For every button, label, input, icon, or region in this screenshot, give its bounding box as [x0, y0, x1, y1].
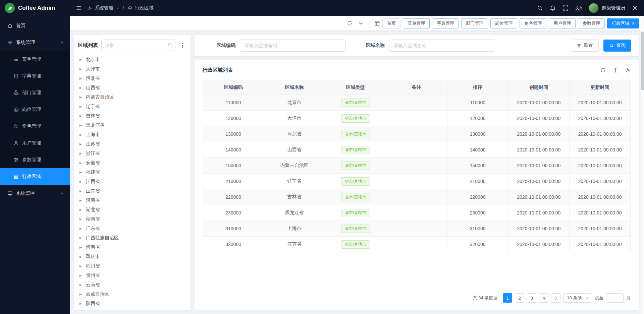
caret-right-icon[interactable]: ▶: [79, 142, 83, 146]
settings-gear-icon[interactable]: [632, 5, 638, 11]
region-code-input[interactable]: [240, 40, 346, 52]
tree-item[interactable]: ▶ 重庆市: [78, 252, 186, 261]
caret-right-icon[interactable]: ▶: [79, 161, 83, 165]
caret-right-icon[interactable]: ▶: [79, 105, 83, 108]
caret-right-icon[interactable]: ▶: [79, 246, 83, 249]
chevron-down-icon[interactable]: [358, 20, 364, 26]
next-page-button[interactable]: [551, 293, 560, 303]
tree-item[interactable]: ▶ 辽宁省: [78, 102, 186, 111]
user-menu[interactable]: 超级管理员: [589, 3, 625, 13]
tree-item[interactable]: ▶ 云南省: [78, 280, 186, 290]
search-button[interactable]: 查询: [603, 40, 631, 52]
caret-right-icon[interactable]: ▶: [79, 302, 83, 305]
tree-item[interactable]: ▶ 吉林省: [78, 111, 186, 121]
tab[interactable]: 部门管理: [461, 18, 488, 28]
sidebar-item-post-mgmt[interactable]: 岗位管理: [0, 101, 70, 118]
more-vertical-icon[interactable]: ⋮: [179, 42, 186, 49]
tab[interactable]: 岗位管理: [490, 18, 517, 28]
sidebar-item-monitor[interactable]: 系统监控: [0, 185, 70, 202]
caret-right-icon[interactable]: ▶: [79, 77, 83, 80]
caret-right-icon[interactable]: ▶: [79, 67, 83, 71]
tree-item[interactable]: ▶ 海南省: [78, 243, 186, 252]
tab[interactable]: 字典管理: [432, 18, 459, 28]
tree-item[interactable]: ▶ 河北省: [78, 74, 186, 83]
caret-right-icon[interactable]: ▶: [79, 199, 83, 202]
caret-right-icon[interactable]: ▶: [79, 180, 83, 183]
tree-item[interactable]: ▶ 江苏省: [78, 139, 186, 149]
page-number-button[interactable]: 4: [539, 293, 548, 303]
tree-item[interactable]: ▶ 山东省: [78, 186, 186, 196]
caret-right-icon[interactable]: ▶: [79, 171, 83, 174]
window-scrollbar[interactable]: [641, 16, 644, 314]
sidebar-toggle-icon[interactable]: [76, 5, 82, 11]
caret-right-icon[interactable]: ▶: [79, 274, 83, 277]
scrollbar-thumb[interactable]: [641, 32, 644, 90]
tree-item[interactable]: ▶ 江西省: [78, 177, 186, 186]
brand[interactable]: Coffee Admin: [0, 0, 70, 16]
sidebar-item-user-mgmt[interactable]: 用户管理: [0, 135, 70, 151]
refresh-icon[interactable]: [600, 67, 606, 73]
tree-item[interactable]: ▶ 山西省: [78, 83, 186, 92]
sidebar-item-region-mgmt[interactable]: 行政区域: [0, 168, 70, 185]
caret-right-icon[interactable]: ▶: [79, 283, 83, 287]
sidebar-item-system[interactable]: 系统管理: [0, 34, 70, 51]
sidebar-item-param-mgmt[interactable]: 参数管理: [0, 151, 70, 168]
refresh-icon[interactable]: [347, 20, 353, 26]
tree-item[interactable]: ▶ 湖北省: [78, 205, 186, 214]
tab[interactable]: 首页: [382, 18, 400, 28]
tree-item[interactable]: ▶ 四川省: [78, 261, 186, 271]
caret-right-icon[interactable]: ▶: [79, 217, 83, 221]
caret-right-icon[interactable]: ▶: [79, 86, 83, 89]
page-size-select[interactable]: 10 条/页: [563, 293, 592, 303]
page-number-button[interactable]: 3: [527, 293, 536, 303]
tab[interactable]: 用户管理: [549, 18, 576, 28]
caret-right-icon[interactable]: ▶: [79, 208, 83, 211]
tree-item[interactable]: ▶ 湖南省: [78, 214, 186, 224]
caret-right-icon[interactable]: ▶: [79, 58, 83, 61]
tab[interactable]: 菜单管理: [403, 18, 430, 28]
layout-icon[interactable]: [374, 20, 380, 26]
tree-item[interactable]: ▶ 黑龙江省: [78, 121, 186, 130]
sidebar-item-role-mgmt[interactable]: 角色管理: [0, 118, 70, 135]
caret-right-icon[interactable]: ▶: [79, 293, 83, 296]
tree-item[interactable]: ▶ 广东省: [78, 224, 186, 233]
caret-right-icon[interactable]: ▶: [79, 236, 83, 240]
region-name-input[interactable]: [389, 40, 495, 52]
column-settings-icon[interactable]: [612, 67, 618, 73]
caret-right-icon[interactable]: ▶: [79, 264, 83, 268]
caret-right-icon[interactable]: ▶: [79, 96, 83, 99]
page-number-button[interactable]: 1: [503, 293, 512, 303]
caret-right-icon[interactable]: ▶: [79, 255, 83, 258]
tree-item[interactable]: ▶ 内蒙古自治区: [78, 92, 186, 102]
caret-right-icon[interactable]: ▶: [79, 114, 83, 118]
tree-item[interactable]: ▶ 广西壮族自治区: [78, 233, 186, 243]
bell-icon[interactable]: [550, 5, 556, 11]
sidebar-item-dict-mgmt[interactable]: 字典管理: [0, 68, 70, 84]
tab[interactable]: 行政区域 ×: [607, 18, 639, 28]
jump-page-input[interactable]: [606, 293, 624, 303]
sidebar-item-home[interactable]: 首页: [0, 17, 70, 34]
tab[interactable]: 角色管理: [520, 18, 546, 28]
tree-item[interactable]: ▶ 甘肃省: [78, 308, 186, 310]
tree-item[interactable]: ▶ 北京市: [78, 55, 186, 64]
tree-item[interactable]: ▶ 西藏自治区: [78, 290, 186, 299]
sidebar-item-menu-mgmt[interactable]: 菜单管理: [0, 51, 70, 68]
fullscreen-icon[interactable]: [562, 5, 569, 11]
caret-right-icon[interactable]: ▶: [79, 124, 83, 127]
caret-right-icon[interactable]: ▶: [79, 152, 83, 155]
translate-icon[interactable]: 文A: [575, 5, 582, 11]
tree-item[interactable]: ▶ 贵州省: [78, 271, 186, 280]
caret-right-icon[interactable]: ▶: [79, 189, 83, 193]
tree-item[interactable]: ▶ 浙江省: [78, 149, 186, 158]
page-number-button[interactable]: 2: [515, 293, 524, 303]
tree-item[interactable]: ▶ 安徽省: [78, 158, 186, 168]
search-icon[interactable]: [537, 5, 543, 11]
tree-item[interactable]: ▶ 天津市: [78, 64, 186, 74]
tree-search-input[interactable]: [101, 40, 175, 51]
tab[interactable]: 参数管理: [578, 18, 605, 28]
tree-item[interactable]: ▶ 上海市: [78, 130, 186, 139]
tree-item[interactable]: ▶ 福建省: [78, 168, 186, 177]
sidebar-item-dept-mgmt[interactable]: 部门管理: [0, 84, 70, 101]
tab-close-icon[interactable]: ×: [632, 21, 635, 26]
tree-item[interactable]: ▶ 陕西省: [78, 299, 186, 308]
